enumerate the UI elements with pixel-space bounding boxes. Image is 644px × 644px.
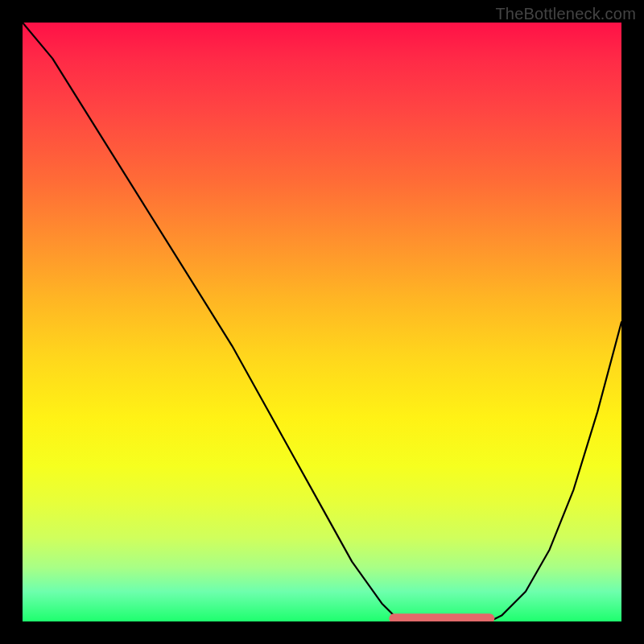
curve-layer	[23, 23, 621, 621]
watermark-label: TheBottleneck.com	[495, 5, 636, 23]
plot-area	[23, 23, 621, 621]
chart-frame: TheBottleneck.com	[0, 0, 644, 644]
bottleneck-curve	[23, 23, 621, 621]
